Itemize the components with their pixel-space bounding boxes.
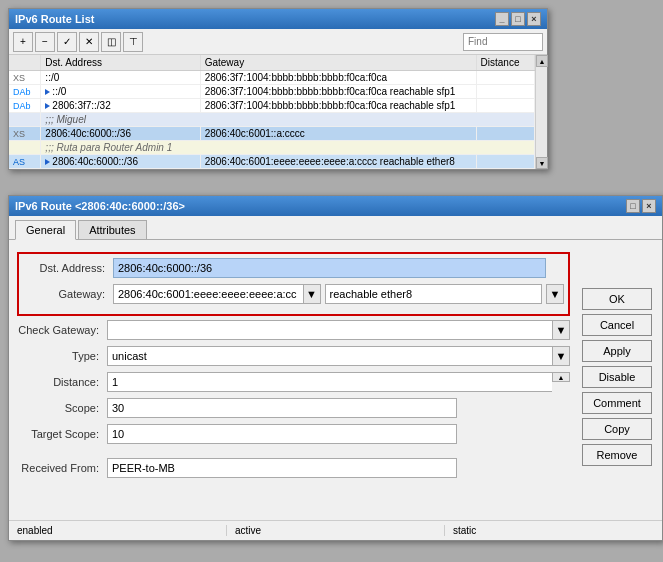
table-row-comment: ;;; Ruta para Router Admin 1 — [9, 141, 535, 155]
target-scope-input[interactable] — [107, 424, 457, 444]
type-group: ▼ — [107, 346, 570, 366]
check-gateway-label: Check Gateway: — [17, 324, 107, 336]
col-distance[interactable]: Distance — [476, 55, 534, 71]
row-flag — [9, 141, 41, 155]
target-scope-row: Target Scope: — [17, 424, 570, 444]
apply-button[interactable]: Apply — [582, 340, 652, 362]
copy-btn[interactable]: ◫ — [101, 32, 121, 52]
list-minimize-btn[interactable]: _ — [495, 12, 509, 26]
filter-btn[interactable]: ⊤ — [123, 32, 143, 52]
gateway-input[interactable] — [113, 284, 303, 304]
distance-input[interactable] — [107, 372, 552, 392]
scope-label: Scope: — [17, 402, 107, 414]
table-wrapper: Dst. Address Gateway Distance XS ::/0 28… — [9, 55, 547, 169]
copy-button[interactable]: Copy — [582, 418, 652, 440]
table-row-selected[interactable]: XS 2806:40c:6000::/36 2806:40c:6001::a:c… — [9, 127, 535, 141]
scroll-up-btn[interactable]: ▲ — [536, 55, 548, 67]
type-row: Type: ▼ — [17, 346, 570, 366]
list-window-title: IPv6 Route List — [15, 13, 94, 25]
dst-address-row: Dst. Address: — [23, 258, 564, 278]
side-buttons-panel: OK Cancel Apply Disable Comment Copy Rem… — [582, 288, 652, 466]
row-distance — [476, 99, 534, 113]
list-maximize-btn[interactable]: □ — [511, 12, 525, 26]
received-from-label: Received From: — [17, 462, 107, 474]
route-table: Dst. Address Gateway Distance XS ::/0 28… — [9, 55, 535, 169]
row-distance — [476, 71, 534, 85]
row-dst: ::/0 — [41, 85, 200, 99]
check-gateway-group: ▼ — [107, 320, 570, 340]
row-gateway: 2806:3f7:1004:bbbb:bbbb:bbbb:f0ca:f0ca r… — [200, 85, 476, 99]
list-window: IPv6 Route List _ □ × + − ✓ ✕ ◫ ⊤ Dst. A… — [8, 8, 548, 170]
distance-scroll-up[interactable]: ▲ — [552, 372, 570, 382]
scope-row: Scope: — [17, 398, 570, 418]
row-distance — [476, 85, 534, 99]
edit-close-btn[interactable]: × — [642, 199, 656, 213]
comment-button[interactable]: Comment — [582, 392, 652, 414]
row-dst: 2806:3f7::/32 — [41, 99, 200, 113]
edit-content: OK Cancel Apply Disable Comment Copy Rem… — [9, 240, 662, 540]
dst-address-label: Dst. Address: — [23, 262, 113, 274]
cross-btn[interactable]: ✕ — [79, 32, 99, 52]
cancel-button[interactable]: Cancel — [582, 314, 652, 336]
table-row[interactable]: DAb 2806:3f7::/32 2806:3f7:1004:bbbb:bbb… — [9, 99, 535, 113]
distance-group: ▲ — [107, 372, 570, 392]
delete-btn[interactable]: − — [35, 32, 55, 52]
gateway-type-dropdown-arrow[interactable]: ▼ — [546, 284, 564, 304]
edit-title-bar: IPv6 Route <2806:40c:6000::/36> □ × — [9, 196, 662, 216]
status-static: static — [445, 525, 662, 536]
edit-window-controls: □ × — [626, 199, 656, 213]
row-flag: XS — [9, 127, 41, 141]
list-toolbar: + − ✓ ✕ ◫ ⊤ — [9, 29, 547, 55]
gateway-label: Gateway: — [23, 288, 113, 300]
row-distance — [476, 127, 534, 141]
row-gateway: 2806:40c:6001:eeee:eeee:eeee:a:cccc reac… — [200, 155, 476, 169]
gateway-input-group: ▼ — [113, 284, 321, 304]
edit-window: IPv6 Route <2806:40c:6000::/36> □ × Gene… — [8, 195, 663, 541]
scroll-down-btn[interactable]: ▼ — [536, 157, 548, 169]
row-flag: DAb — [9, 85, 41, 99]
type-label: Type: — [17, 350, 107, 362]
row-group-label: ;;; Miguel — [41, 113, 535, 127]
row-gateway: 2806:3f7:1004:bbbb:bbbb:bbbb:f0ca:f0ca — [200, 71, 476, 85]
find-input[interactable] — [463, 33, 543, 51]
tab-bar: General Attributes — [9, 216, 662, 240]
received-from-input[interactable] — [107, 458, 457, 478]
edit-minimize-btn[interactable]: □ — [626, 199, 640, 213]
dst-address-input[interactable] — [113, 258, 546, 278]
table-row-selected2[interactable]: AS 2806:40c:6000::/36 2806:40c:6001:eeee… — [9, 155, 535, 169]
col-flag — [9, 55, 41, 71]
gateway-type-input[interactable] — [325, 284, 543, 304]
list-title-bar: IPv6 Route List _ □ × — [9, 9, 547, 29]
row-gateway: 2806:3f7:1004:bbbb:bbbb:bbbb:f0ca:f0ca r… — [200, 99, 476, 113]
highlighted-fields: Dst. Address: Gateway: ▼ ▼ — [17, 252, 570, 316]
add-btn[interactable]: + — [13, 32, 33, 52]
tab-general[interactable]: General — [15, 220, 76, 240]
list-window-controls: _ □ × — [495, 12, 541, 26]
col-gateway[interactable]: Gateway — [200, 55, 476, 71]
row-dst: 2806:40c:6000::/36 — [41, 155, 200, 169]
edit-status-bar: enabled active static — [9, 520, 662, 540]
row-dst: ::/0 — [41, 71, 200, 85]
type-input[interactable] — [107, 346, 552, 366]
target-scope-label: Target Scope: — [17, 428, 107, 440]
row-flag: AS — [9, 155, 41, 169]
row-flag — [9, 113, 41, 127]
check-gateway-dropdown[interactable]: ▼ — [552, 320, 570, 340]
tab-attributes[interactable]: Attributes — [78, 220, 146, 239]
table-row-group: ;;; Miguel — [9, 113, 535, 127]
scope-input[interactable] — [107, 398, 457, 418]
list-close-btn[interactable]: × — [527, 12, 541, 26]
table-row[interactable]: XS ::/0 2806:3f7:1004:bbbb:bbbb:bbbb:f0c… — [9, 71, 535, 85]
table-row[interactable]: DAb ::/0 2806:3f7:1004:bbbb:bbbb:bbbb:f0… — [9, 85, 535, 99]
check-gateway-row: Check Gateway: ▼ — [17, 320, 570, 340]
row-flag: DAb — [9, 99, 41, 113]
ok-button[interactable]: OK — [582, 288, 652, 310]
col-dst[interactable]: Dst. Address — [41, 55, 200, 71]
disable-button[interactable]: Disable — [582, 366, 652, 388]
type-dropdown[interactable]: ▼ — [552, 346, 570, 366]
check-gateway-input[interactable] — [107, 320, 552, 340]
check-btn[interactable]: ✓ — [57, 32, 77, 52]
gateway-dropdown-arrow[interactable]: ▼ — [303, 284, 321, 304]
remove-button[interactable]: Remove — [582, 444, 652, 466]
gateway-row: Gateway: ▼ ▼ — [23, 284, 564, 304]
